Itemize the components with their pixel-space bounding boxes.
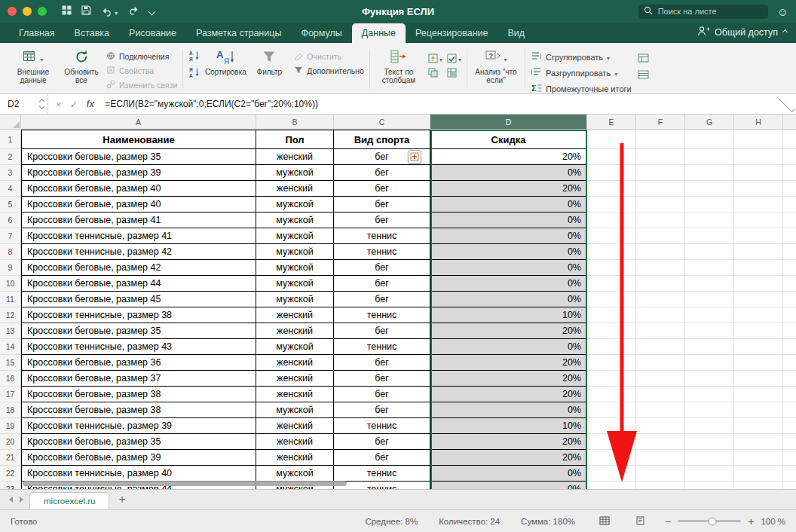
- cell-A5[interactable]: Кроссовки беговые, размер 40: [21, 197, 256, 212]
- cell-G12[interactable]: [685, 307, 734, 323]
- cell-G4[interactable]: [685, 181, 734, 197]
- confirm-entry-icon[interactable]: ✓: [70, 99, 78, 110]
- close-window-button[interactable]: [8, 7, 17, 16]
- cell-B17[interactable]: женский: [256, 387, 334, 402]
- formula-input[interactable]: =ЕСЛИ(B2="мужской";0;ЕСЛИ(C2="бег";20%;1…: [102, 99, 777, 109]
- column-header-D[interactable]: D: [430, 115, 587, 130]
- cell-G16[interactable]: [685, 371, 734, 387]
- cell-H17[interactable]: [734, 387, 783, 402]
- cell-H19[interactable]: [734, 418, 783, 434]
- properties-button[interactable]: Свойства: [106, 65, 177, 76]
- minimize-window-button[interactable]: [23, 7, 32, 16]
- cell-C18[interactable]: бег: [334, 402, 430, 418]
- cell-F11[interactable]: [636, 292, 685, 307]
- paste-options-icon[interactable]: [408, 150, 421, 164]
- cell-D3[interactable]: 0%: [430, 165, 587, 181]
- cell-C17[interactable]: бег: [334, 387, 430, 402]
- row-number-3[interactable]: 3: [0, 165, 21, 181]
- cell-B19[interactable]: женский: [256, 418, 334, 434]
- cell-F9[interactable]: [636, 260, 685, 276]
- cell-A14[interactable]: Кроссовки теннисные, размер 43: [21, 339, 256, 355]
- cell-D22[interactable]: 0%: [430, 466, 587, 482]
- cell-D6[interactable]: 0%: [430, 212, 587, 228]
- subtotals-button[interactable]: ΣПромежуточные итоги: [531, 82, 632, 94]
- cell-C16[interactable]: бег: [334, 371, 430, 387]
- cell-F23[interactable]: [636, 482, 685, 489]
- cell-D21[interactable]: 20%: [430, 450, 587, 466]
- share-button[interactable]: Общий доступ: [697, 22, 787, 43]
- cell-B13[interactable]: женский: [256, 323, 334, 339]
- cell-A1[interactable]: Наименование: [21, 130, 256, 149]
- cell-G17[interactable]: [685, 387, 734, 402]
- search-input[interactable]: [657, 6, 763, 17]
- search-box[interactable]: [638, 5, 768, 19]
- cell-A10[interactable]: Кроссовки беговые, размер 44: [21, 276, 256, 292]
- cell-E16[interactable]: [587, 371, 636, 387]
- cell-D11[interactable]: 0%: [430, 292, 587, 307]
- cell-C12[interactable]: теннис: [334, 307, 430, 323]
- cell-C19[interactable]: теннис: [334, 418, 430, 434]
- sheet-tab[interactable]: microexcel.ru: [29, 492, 109, 509]
- row-number-15[interactable]: 15: [0, 355, 21, 371]
- cell-F8[interactable]: [636, 244, 685, 260]
- next-sheet-icon[interactable]: [20, 497, 23, 503]
- ribbon-tab-2[interactable]: Вставка: [65, 23, 119, 43]
- cell-D19[interactable]: 10%: [430, 418, 587, 434]
- row-number-11[interactable]: 11: [0, 292, 21, 307]
- cell-E23[interactable]: [587, 482, 636, 489]
- row-number-4[interactable]: 4: [0, 181, 21, 197]
- row-number-6[interactable]: 6: [0, 212, 21, 228]
- horizontal-scrollbar[interactable]: [23, 481, 347, 486]
- cell-G9[interactable]: [685, 260, 734, 276]
- cell-E17[interactable]: [587, 387, 636, 402]
- cell-C11[interactable]: бег: [334, 292, 430, 307]
- cell-E10[interactable]: [587, 276, 636, 292]
- cell-H10[interactable]: [734, 276, 783, 292]
- cell-E6[interactable]: [587, 212, 636, 228]
- cell-E8[interactable]: [587, 244, 636, 260]
- cell-G8[interactable]: [685, 244, 734, 260]
- row-number-20[interactable]: 20: [0, 434, 21, 450]
- cell-G20[interactable]: [685, 434, 734, 450]
- cell-D20[interactable]: 20%: [430, 434, 587, 450]
- cell-D18[interactable]: 0%: [430, 402, 587, 418]
- cell-E11[interactable]: [587, 292, 636, 307]
- cell-B14[interactable]: мужской: [256, 339, 334, 355]
- cell-C13[interactable]: бег: [334, 323, 430, 339]
- sort-button[interactable]: АЯ Сортировка: [207, 47, 244, 76]
- feedback-smiley-icon[interactable]: [777, 6, 788, 17]
- cell-F12[interactable]: [636, 307, 685, 323]
- filter-button[interactable]: Фильтр: [250, 47, 288, 76]
- row-number-18[interactable]: 18: [0, 402, 21, 418]
- insert-function-icon[interactable]: fx: [87, 99, 95, 109]
- cell-E5[interactable]: [587, 197, 636, 212]
- ribbon-tab-5[interactable]: Формулы: [291, 23, 351, 43]
- ribbon-tab-3[interactable]: Рисование: [119, 23, 186, 43]
- advanced-filter-button[interactable]: Дополнительно: [294, 65, 364, 76]
- cell-E18[interactable]: [587, 402, 636, 418]
- cell-F3[interactable]: [636, 165, 685, 181]
- cell-F21[interactable]: [636, 450, 685, 466]
- cell-G18[interactable]: [685, 402, 734, 418]
- row-number-9[interactable]: 9: [0, 260, 21, 276]
- cell-G2[interactable]: [685, 149, 734, 165]
- cell-A8[interactable]: Кроссовки теннисные, размер 42: [21, 244, 256, 260]
- ribbon-tab-1[interactable]: Главная: [9, 23, 65, 43]
- cell-B4[interactable]: женский: [256, 181, 334, 197]
- cell-A12[interactable]: Кроссовки теннисные, размер 38: [21, 307, 256, 323]
- cell-F22[interactable]: [636, 466, 685, 482]
- connections-button[interactable]: Подключения: [106, 50, 177, 62]
- cell-B3[interactable]: мужской: [256, 165, 334, 181]
- cell-B2[interactable]: женский: [256, 149, 334, 165]
- hide-detail-icon[interactable]: [638, 69, 649, 82]
- cell-H22[interactable]: [734, 466, 783, 482]
- collapse-ribbon-chevron-icon[interactable]: [782, 29, 788, 35]
- cell-D9[interactable]: 0%: [430, 260, 587, 276]
- column-header-F[interactable]: F: [636, 115, 685, 130]
- cell-C14[interactable]: теннис: [334, 339, 430, 355]
- row-number-5[interactable]: 5: [0, 197, 21, 212]
- cell-B12[interactable]: женский: [256, 307, 334, 323]
- cell-F7[interactable]: [636, 228, 685, 244]
- cell-B11[interactable]: мужской: [256, 292, 334, 307]
- save-icon[interactable]: [81, 5, 91, 18]
